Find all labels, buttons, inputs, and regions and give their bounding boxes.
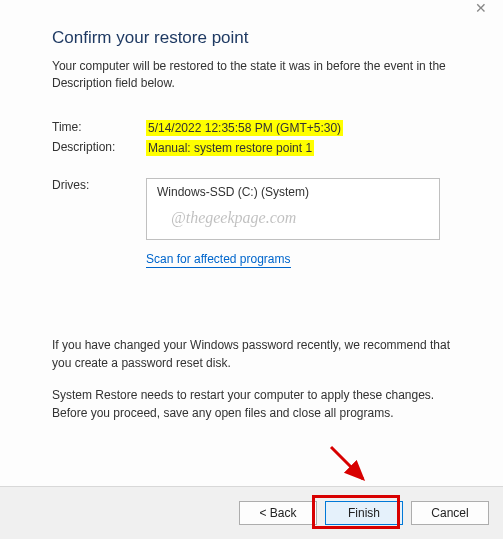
description-value: Manual: system restore point 1	[146, 140, 314, 156]
drives-label: Drives:	[52, 178, 146, 240]
drives-list[interactable]: Windows-SSD (C:) (System) @thegeekpage.c…	[146, 178, 440, 240]
cancel-button[interactable]: Cancel	[411, 501, 489, 525]
dialog-footer: < Back Finish Cancel	[0, 486, 503, 539]
time-label: Time:	[52, 120, 146, 136]
page-title: Confirm your restore point	[52, 28, 463, 48]
description-row: Description: Manual: system restore poin…	[52, 140, 463, 156]
watermark-text: @thegeekpage.com	[171, 209, 296, 227]
svg-line-1	[331, 447, 363, 479]
time-value: 5/14/2022 12:35:58 PM (GMT+5:30)	[146, 120, 343, 136]
password-note: If you have changed your Windows passwor…	[52, 336, 463, 372]
close-icon[interactable]: ✕	[475, 1, 487, 15]
drives-row: Drives: Windows-SSD (C:) (System) @thege…	[52, 178, 463, 240]
restart-note: System Restore needs to restart your com…	[52, 386, 463, 422]
annotation-arrow-icon	[325, 441, 375, 491]
scan-link-container: Scan for affected programs	[146, 252, 463, 266]
scan-affected-programs-link[interactable]: Scan for affected programs	[146, 252, 291, 268]
time-row: Time: 5/14/2022 12:35:58 PM (GMT+5:30)	[52, 120, 463, 136]
intro-text: Your computer will be restored to the st…	[52, 58, 463, 92]
dialog-content: Confirm your restore point Your computer…	[0, 0, 503, 422]
description-label: Description:	[52, 140, 146, 156]
drive-item: Windows-SSD (C:) (System)	[157, 185, 429, 199]
finish-button[interactable]: Finish	[325, 501, 403, 525]
back-button[interactable]: < Back	[239, 501, 317, 525]
